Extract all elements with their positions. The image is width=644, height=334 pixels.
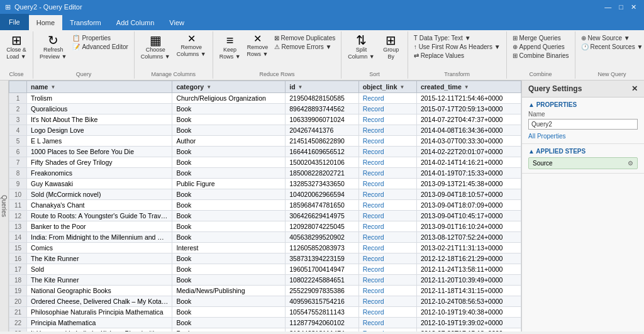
source-step[interactable]: Source ⚙	[528, 157, 638, 169]
merge-queries-btn[interactable]: ⊞ Merge Queries	[511, 34, 571, 42]
col-header-object-link[interactable]: object_link ▼	[358, 81, 416, 93]
source-step-label: Source	[533, 160, 553, 167]
col-header-id[interactable]: id ▼	[286, 81, 358, 93]
properties-btn[interactable]: 📋 Properties	[70, 34, 130, 42]
row-num: 19	[9, 286, 27, 296]
split-column-btn[interactable]: ⇅ SplitColumn ▼	[345, 33, 377, 62]
cell-object-link[interactable]: Record	[358, 264, 416, 275]
cell-name: Banker to the Poor	[27, 221, 172, 232]
split-column-icon: ⇅	[356, 34, 367, 47]
step-gear-icon[interactable]: ⚙	[628, 160, 633, 167]
cell-object-link[interactable]: Record	[358, 189, 416, 200]
table-row: 2 Quoralicious Book 896428893744562 Reco…	[9, 104, 521, 114]
cell-category: Book	[172, 253, 286, 264]
properties-title: ▲ PROPERTIES	[528, 101, 638, 108]
remove-columns-btn[interactable]: ✕ RemoveColumns ▼	[174, 33, 209, 59]
choose-columns-btn[interactable]: ▦ ChooseColumns ▼	[138, 33, 173, 62]
advanced-editor-btn[interactable]: 📝 Advanced Editor	[70, 43, 130, 51]
cell-object-link[interactable]: Record	[358, 168, 416, 179]
created-time-filter-btn[interactable]: ▼	[464, 84, 469, 90]
col-header-category[interactable]: category ▼	[172, 81, 286, 93]
queries-label: Queries	[1, 195, 8, 217]
queries-panel[interactable]: Queries	[0, 81, 9, 331]
cell-object-link[interactable]: Record	[358, 253, 416, 264]
first-row-header-btn[interactable]: ↑ Use First Row As Headers ▼	[412, 43, 502, 51]
cell-object-link[interactable]: Record	[358, 125, 416, 136]
cell-created-time: 2013-02-21T11:31:13+0000	[416, 243, 521, 253]
cell-created-time: 2012-11-24T13:58:11+0000	[416, 264, 521, 275]
cell-object-link[interactable]: Record	[358, 275, 416, 286]
remove-rows-btn[interactable]: ✕ RemoveRows ▼	[245, 33, 271, 59]
all-properties-link[interactable]: All Properties	[528, 133, 565, 140]
table-row: 13 Banker to the Poor Book 1209280742250…	[9, 221, 521, 232]
cell-id: 896428893744562	[286, 104, 358, 114]
table-row: 18 The Kite Runner Book 108022245884651 …	[9, 275, 521, 286]
table-row: 10 Sold (McCormick novel) Book 104020062…	[9, 189, 521, 200]
cell-object-link[interactable]: Record	[358, 179, 416, 189]
cell-object-link[interactable]: Record	[358, 296, 416, 307]
replace-values-btn[interactable]: ⇄ Replace Values	[412, 52, 502, 60]
recent-sources-icon: 🕐	[581, 43, 589, 50]
cell-name: 1000 Places to See Before You Die	[27, 147, 172, 157]
cell-object-link[interactable]: Record	[358, 243, 416, 253]
data-table-wrapper[interactable]: name ▼ category ▼ id	[9, 81, 521, 331]
data-type-btn[interactable]: T Data Type: Text ▼	[412, 34, 502, 42]
tab-file[interactable]: File	[0, 14, 29, 30]
cell-name: Freakonomics	[27, 168, 172, 179]
cell-object-link[interactable]: Record	[358, 114, 416, 125]
cell-object-link[interactable]: Record	[358, 157, 416, 168]
query-settings-title: Query Settings	[528, 84, 582, 93]
table-row: 15 Comics Interest 112605852083973 Recor…	[9, 243, 521, 253]
cell-object-link[interactable]: Record	[358, 221, 416, 232]
remove-errors-btn[interactable]: ⚠ Remove Errors ▼	[272, 43, 338, 51]
cell-id: 204267441376	[286, 125, 358, 136]
cell-object-link[interactable]: Record	[358, 200, 416, 211]
cell-object-link[interactable]: Record	[358, 147, 416, 157]
append-queries-btn[interactable]: ⊕ Append Queries	[511, 43, 571, 51]
title-bar: ⊞ Query2 - Query Editor — □ ✕	[0, 0, 644, 14]
recent-sources-btn[interactable]: 🕐 Recent Sources ▼	[579, 43, 644, 51]
maximize-btn[interactable]: □	[616, 3, 626, 11]
close-btn[interactable]: ✕	[628, 3, 639, 11]
cell-created-time: 2013-09-04T18:10:57+0000	[416, 189, 521, 200]
cell-category: Book	[172, 200, 286, 211]
query-name-input[interactable]	[528, 119, 638, 130]
remove-duplicates-btn[interactable]: ⊠ Remove Duplicates	[272, 34, 338, 42]
name-filter-btn[interactable]: ▼	[50, 84, 55, 90]
cell-object-link[interactable]: Record	[358, 232, 416, 243]
id-filter-btn[interactable]: ▼	[298, 84, 303, 90]
keep-rows-btn[interactable]: ≡ KeepRows ▼	[217, 33, 243, 62]
append-icon: ⊕	[513, 43, 518, 50]
combine-binaries-btn[interactable]: ⊞ Combine Binaries	[511, 52, 571, 60]
refresh-preview-btn[interactable]: ↻ RefreshPreview ▼	[37, 33, 69, 62]
category-filter-btn[interactable]: ▼	[206, 84, 211, 90]
right-panel-close-btn[interactable]: ✕	[631, 84, 638, 93]
tab-home[interactable]: Home	[29, 15, 62, 30]
cell-id: 358731394223159	[286, 253, 358, 264]
cell-object-link[interactable]: Record	[358, 104, 416, 114]
col-header-name[interactable]: name ▼	[27, 81, 172, 93]
row-num: 13	[9, 221, 27, 232]
col-header-created-time[interactable]: created_time ▼	[416, 81, 521, 93]
cell-object-link[interactable]: Record	[358, 211, 416, 221]
cell-created-time: 2015-12-11T21:54:46+0000	[416, 93, 521, 104]
cell-object-link[interactable]: Record	[358, 286, 416, 296]
cell-object-link[interactable]: Record	[358, 328, 416, 332]
cell-id: 105547552811143	[286, 307, 358, 318]
new-source-btn[interactable]: ⊕ New Source ▼	[579, 34, 644, 42]
cell-object-link[interactable]: Record	[358, 318, 416, 328]
object-link-filter-btn[interactable]: ▼	[399, 84, 404, 90]
choose-columns-icon: ▦	[150, 34, 162, 47]
cell-object-link[interactable]: Record	[358, 93, 416, 104]
cell-object-link[interactable]: Record	[358, 307, 416, 318]
cell-object-link[interactable]: Record	[358, 136, 416, 147]
close-load-btn[interactable]: ⊞ Close &Load ▼	[4, 33, 29, 62]
right-panel: Query Settings ✕ ▲ PROPERTIES Name All P…	[521, 81, 644, 331]
tab-view[interactable]: View	[162, 15, 192, 30]
cell-name: Sold (McCormick novel)	[27, 189, 172, 200]
table-row: 8 Freakonomics Book 185008228202721 Reco…	[9, 168, 521, 179]
tab-transform[interactable]: Transform	[62, 15, 109, 30]
group-by-btn[interactable]: ⊞ GroupBy	[379, 33, 404, 62]
tab-add-column[interactable]: Add Column	[109, 15, 162, 30]
minimize-btn[interactable]: —	[602, 3, 614, 11]
